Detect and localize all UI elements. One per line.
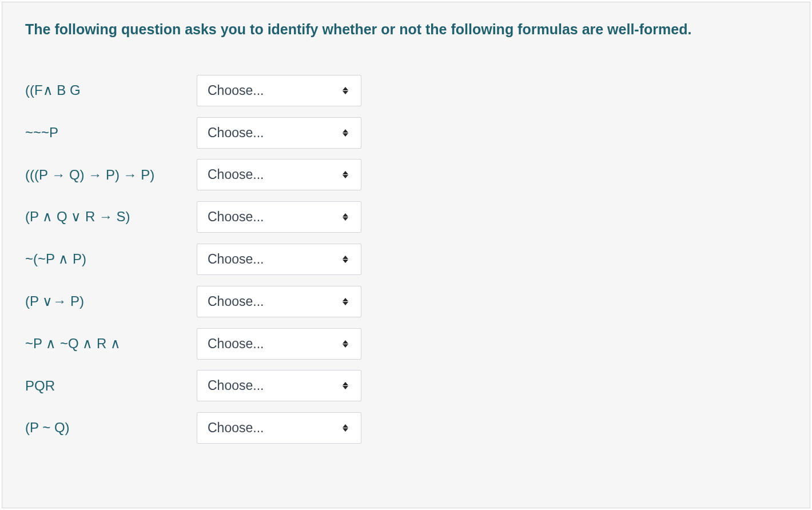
select-arrows-icon xyxy=(343,340,348,348)
formula-label: (P ∧ Q ∨ R → S) xyxy=(25,197,197,237)
formula-label: ((F∧ B G xyxy=(25,71,197,110)
select-arrows-icon xyxy=(343,382,348,389)
formula-select-7[interactable]: Choose... xyxy=(197,328,361,360)
select-arrows-icon xyxy=(343,424,348,432)
formula-select-8[interactable]: Choose... xyxy=(197,370,361,401)
select-placeholder-text: Choose... xyxy=(208,83,343,98)
formula-label: (((P → Q) → P) → P) xyxy=(25,156,197,195)
select-placeholder-text: Choose... xyxy=(208,294,343,309)
select-arrows-icon xyxy=(343,298,348,305)
formula-label: ~P ∧ ~Q ∧ R ∧ xyxy=(25,324,197,364)
formula-label: (P ∨→ P) xyxy=(25,282,197,321)
select-arrows-icon xyxy=(343,213,348,221)
select-placeholder-text: Choose... xyxy=(208,420,343,436)
select-placeholder-text: Choose... xyxy=(208,167,343,182)
formula-select-2[interactable]: Choose... xyxy=(197,117,361,149)
select-arrows-icon xyxy=(343,171,348,178)
formula-label: ~~~P xyxy=(25,113,197,153)
select-placeholder-text: Choose... xyxy=(208,125,343,141)
formula-grid: ((F∧ B G Choose... ~~~P Choose... (((P →… xyxy=(25,71,787,448)
question-container: The following question asks you to ident… xyxy=(2,2,810,508)
formula-select-3[interactable]: Choose... xyxy=(197,159,361,190)
formula-label: ~(~P ∧ P) xyxy=(25,240,197,279)
formula-select-6[interactable]: Choose... xyxy=(197,286,361,317)
formula-label: (P ~ Q) xyxy=(25,408,197,448)
formula-label: PQR xyxy=(25,366,197,406)
formula-select-1[interactable]: Choose... xyxy=(197,75,361,106)
select-placeholder-text: Choose... xyxy=(208,209,343,225)
select-placeholder-text: Choose... xyxy=(208,378,343,393)
select-arrows-icon xyxy=(343,129,348,137)
select-placeholder-text: Choose... xyxy=(208,336,343,352)
question-prompt: The following question asks you to ident… xyxy=(25,19,746,39)
select-arrows-icon xyxy=(343,256,348,263)
select-arrows-icon xyxy=(343,87,348,94)
formula-select-9[interactable]: Choose... xyxy=(197,412,361,444)
formula-select-5[interactable]: Choose... xyxy=(197,244,361,275)
formula-select-4[interactable]: Choose... xyxy=(197,201,361,233)
select-placeholder-text: Choose... xyxy=(208,252,343,267)
